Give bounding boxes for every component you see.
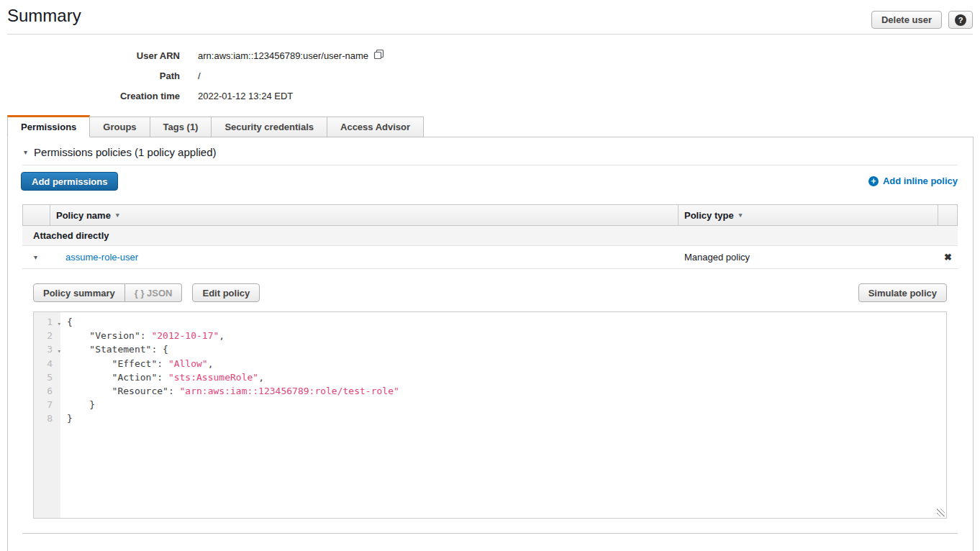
user-arn-row: User ARN arn:aws:iam::123456789:user/use… (0, 45, 384, 65)
policy-type-cell: Managed policy (679, 252, 938, 263)
simulate-policy-button[interactable]: Simulate policy (858, 283, 947, 302)
path-row: Path / (0, 65, 384, 86)
editor-gutter: 1▾23▾45678 (34, 312, 60, 518)
plus-icon: + (868, 176, 879, 186)
policy-detail-area: Policy summary { } JSON Edit policy Simu… (22, 268, 958, 534)
policy-name-column-header[interactable]: Policy name ▾ (50, 205, 678, 225)
edit-policy-button[interactable]: Edit policy (192, 283, 260, 302)
collapse-caret-icon: ▾ (24, 148, 27, 156)
delete-user-button[interactable]: Delete user (871, 11, 942, 29)
actions-column-header (938, 205, 957, 225)
tab-groups[interactable]: Groups (90, 117, 150, 137)
policy-json-editor[interactable]: 1▾23▾45678 { "Version": "2012-10-17", "S… (33, 311, 947, 519)
code-line: } (67, 411, 946, 425)
help-icon: ? (955, 14, 966, 26)
tab-access-advisor[interactable]: Access Advisor (327, 117, 424, 137)
copy-icon[interactable] (373, 49, 384, 62)
code-line: "Resource": "arn:aws:iam::123456789:role… (67, 384, 946, 398)
tab-bar: Permissions Groups Tags (1) Security cre… (7, 117, 424, 137)
help-button[interactable]: ? (948, 11, 973, 29)
code-line: "Version": "2012-10-17", (67, 329, 946, 342)
policy-summary-button[interactable]: Policy summary (33, 283, 125, 302)
tab-permissions[interactable]: Permissions (7, 115, 90, 137)
creation-time-label: Creation time (0, 91, 180, 101)
creation-time-value: 2022-01-12 13:24 EDT (198, 91, 293, 101)
json-view-button[interactable]: { } JSON (125, 283, 183, 302)
gutter-line-number: 5 (34, 370, 60, 384)
code-line: } (67, 398, 946, 411)
permissions-panel: ▾ Permissions policies (1 policy applied… (7, 137, 974, 551)
code-line: "Effect": "Allow", (67, 357, 946, 370)
gutter-line-number: 7 (34, 398, 60, 411)
code-line: { (67, 315, 946, 329)
editor-resize-handle[interactable] (937, 509, 945, 516)
path-value: / (198, 70, 201, 81)
user-arn-label: User ARN (0, 50, 180, 61)
sort-caret-icon: ▾ (739, 211, 743, 219)
tab-tags[interactable]: Tags (1) (150, 117, 212, 137)
permissions-policies-title: Permissions policies (1 policy applied) (34, 146, 216, 158)
creation-time-row: Creation time 2022-01-12 13:24 EDT (0, 86, 384, 106)
section-divider (22, 165, 958, 165)
path-label: Path (0, 70, 180, 81)
policy-actions-row: Add permissions + Add inline policy (21, 172, 958, 192)
gutter-line-number: 1▾ (34, 315, 60, 329)
policy-view-toggle: Policy summary { } JSON (33, 283, 182, 302)
add-permissions-button[interactable]: Add permissions (21, 172, 118, 191)
permissions-policies-section-toggle[interactable]: ▾ Permissions policies (1 policy applied… (24, 146, 216, 158)
attached-directly-group-row: Attached directly (22, 226, 958, 246)
header-divider (7, 34, 973, 35)
table-row: ▾ assume-role-user Managed policy ✖ (22, 246, 958, 268)
tab-security-credentials[interactable]: Security credentials (212, 117, 327, 137)
add-inline-policy-link[interactable]: + Add inline policy (868, 176, 958, 186)
gutter-line-number: 3▾ (34, 342, 60, 356)
row-caret-icon: ▾ (34, 253, 37, 261)
table-header: Policy name ▾ Policy type ▾ (22, 204, 958, 226)
page-title: Summary (7, 6, 81, 26)
code-line: "Statement": { (67, 342, 946, 356)
header-actions: Delete user ? (871, 11, 973, 29)
expand-column-header (23, 205, 50, 225)
policy-type-column-header[interactable]: Policy type ▾ (678, 205, 938, 225)
gutter-line-number: 4 (34, 357, 60, 370)
policies-table: Policy name ▾ Policy type ▾ Attached dir… (22, 204, 958, 534)
user-details: User ARN arn:aws:iam::123456789:user/use… (0, 45, 384, 106)
detach-policy-icon[interactable]: ✖ (944, 252, 952, 263)
sort-caret-icon: ▾ (116, 211, 119, 219)
gutter-line-number: 8 (34, 411, 60, 425)
policy-view-toolbar: Policy summary { } JSON Edit policy Simu… (33, 283, 947, 302)
editor-code[interactable]: { "Version": "2012-10-17", "Statement": … (60, 312, 946, 518)
user-arn-value: arn:aws:iam::123456789:user/user-name (198, 50, 368, 61)
policy-name-link[interactable]: assume-role-user (65, 252, 138, 263)
row-expand-toggle[interactable]: ▾ (22, 253, 49, 261)
gutter-line-number: 2 (34, 329, 60, 342)
code-line: "Action": "sts:AssumeRole", (67, 370, 946, 384)
gutter-line-number: 6 (34, 384, 60, 398)
